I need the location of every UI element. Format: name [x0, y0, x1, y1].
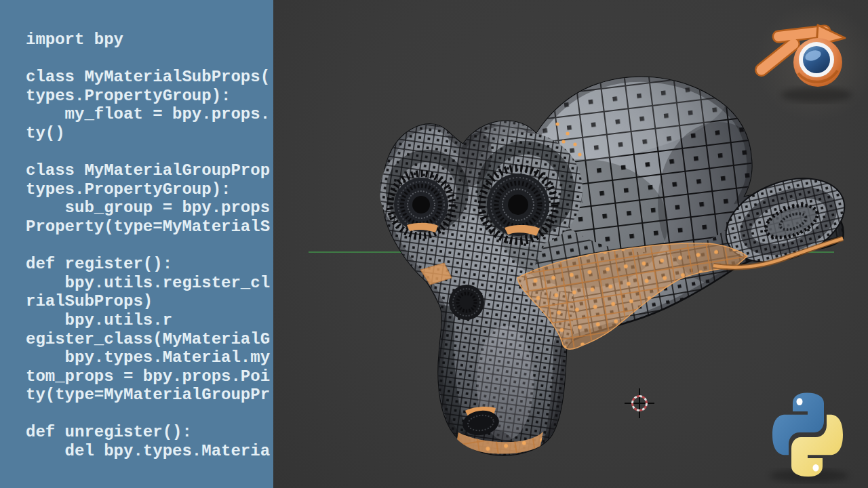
- python-logo-icon: [772, 393, 843, 477]
- nose: [449, 285, 484, 320]
- code-panel: import bpy class MyMaterialSubProps( typ…: [0, 0, 273, 488]
- viewport-canvas: [273, 0, 868, 488]
- thumbnail: import bpy class MyMaterialSubProps( typ…: [0, 0, 868, 488]
- 3d-cursor-icon: [625, 388, 654, 418]
- code-text: import bpy class MyMaterialSubProps( typ…: [0, 0, 273, 461]
- suzanne-monkey-mesh: [374, 54, 856, 468]
- blender-3d-viewport: [273, 0, 868, 488]
- blender-logo-shadow: [781, 87, 852, 102]
